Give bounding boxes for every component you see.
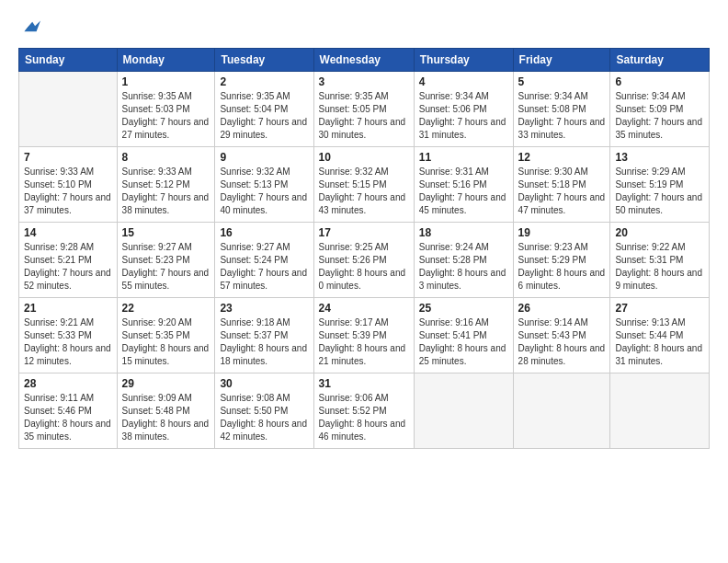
day-number: 19 xyxy=(518,226,606,239)
day-number: 17 xyxy=(319,226,409,239)
day-number: 31 xyxy=(319,377,409,390)
header xyxy=(18,17,710,37)
day-number: 14 xyxy=(24,226,112,239)
day-info: Sunrise: 9:29 AMSunset: 5:19 PMDaylight:… xyxy=(615,166,704,217)
header-sunday: Sunday xyxy=(19,49,118,72)
day-info: Sunrise: 9:21 AMSunset: 5:33 PMDaylight:… xyxy=(24,316,112,368)
calendar-cell: 13Sunrise: 9:29 AMSunset: 5:19 PMDayligh… xyxy=(610,147,710,223)
day-info: Sunrise: 9:32 AMSunset: 5:15 PMDaylight:… xyxy=(319,166,409,217)
day-number: 22 xyxy=(122,302,210,315)
day-number: 27 xyxy=(615,302,704,315)
calendar-cell: 3Sunrise: 9:35 AMSunset: 5:05 PMDaylight… xyxy=(313,72,414,147)
day-info: Sunrise: 9:32 AMSunset: 5:13 PMDaylight:… xyxy=(220,166,308,217)
calendar-cell: 5Sunrise: 9:34 AMSunset: 5:08 PMDaylight… xyxy=(513,72,610,147)
day-info: Sunrise: 9:18 AMSunset: 5:37 PMDaylight:… xyxy=(220,316,308,368)
day-info: Sunrise: 9:34 AMSunset: 5:08 PMDaylight:… xyxy=(518,90,606,142)
calendar-cell: 16Sunrise: 9:27 AMSunset: 5:24 PMDayligh… xyxy=(215,223,313,298)
day-info: Sunrise: 9:20 AMSunset: 5:35 PMDaylight:… xyxy=(122,316,210,368)
calendar-cell: 11Sunrise: 9:31 AMSunset: 5:16 PMDayligh… xyxy=(414,147,513,223)
header-monday: Monday xyxy=(117,49,215,72)
day-number: 3 xyxy=(319,75,409,88)
header-thursday: Thursday xyxy=(414,49,513,72)
day-info: Sunrise: 9:33 AMSunset: 5:10 PMDaylight:… xyxy=(24,166,112,217)
day-number: 29 xyxy=(122,377,210,390)
day-info: Sunrise: 9:34 AMSunset: 5:06 PMDaylight:… xyxy=(419,90,508,142)
day-info: Sunrise: 9:08 AMSunset: 5:50 PMDaylight:… xyxy=(220,392,308,443)
calendar-cell: 2Sunrise: 9:35 AMSunset: 5:04 PMDaylight… xyxy=(215,72,313,147)
day-number: 25 xyxy=(419,302,508,315)
calendar-cell: 20Sunrise: 9:22 AMSunset: 5:31 PMDayligh… xyxy=(610,223,710,298)
week-row-4: 28Sunrise: 9:11 AMSunset: 5:46 PMDayligh… xyxy=(19,373,710,449)
calendar-cell: 30Sunrise: 9:08 AMSunset: 5:50 PMDayligh… xyxy=(215,373,313,449)
day-number: 10 xyxy=(319,151,409,164)
day-number: 8 xyxy=(122,151,210,164)
day-info: Sunrise: 9:13 AMSunset: 5:44 PMDaylight:… xyxy=(615,316,704,368)
day-number: 1 xyxy=(122,75,210,88)
day-number: 28 xyxy=(24,377,112,390)
day-number: 13 xyxy=(615,151,704,164)
day-info: Sunrise: 9:35 AMSunset: 5:03 PMDaylight:… xyxy=(122,90,210,142)
calendar-table: SundayMondayTuesdayWednesdayThursdayFrid… xyxy=(18,48,710,449)
header-friday: Friday xyxy=(513,49,610,72)
day-info: Sunrise: 9:22 AMSunset: 5:31 PMDaylight:… xyxy=(615,241,704,293)
day-number: 5 xyxy=(518,75,606,88)
calendar-cell: 23Sunrise: 9:18 AMSunset: 5:37 PMDayligh… xyxy=(215,298,313,373)
day-info: Sunrise: 9:17 AMSunset: 5:39 PMDaylight:… xyxy=(319,316,409,368)
calendar-cell: 9Sunrise: 9:32 AMSunset: 5:13 PMDaylight… xyxy=(215,147,313,223)
day-info: Sunrise: 9:34 AMSunset: 5:09 PMDaylight:… xyxy=(615,90,704,142)
day-number: 11 xyxy=(419,151,508,164)
day-info: Sunrise: 9:35 AMSunset: 5:05 PMDaylight:… xyxy=(319,90,409,142)
day-info: Sunrise: 9:09 AMSunset: 5:48 PMDaylight:… xyxy=(122,392,210,443)
calendar-cell: 8Sunrise: 9:33 AMSunset: 5:12 PMDaylight… xyxy=(117,147,215,223)
day-info: Sunrise: 9:33 AMSunset: 5:12 PMDaylight:… xyxy=(122,166,210,217)
calendar-cell: 28Sunrise: 9:11 AMSunset: 5:46 PMDayligh… xyxy=(19,373,118,449)
day-number: 18 xyxy=(419,226,508,239)
day-info: Sunrise: 9:27 AMSunset: 5:24 PMDaylight:… xyxy=(220,241,308,293)
day-number: 9 xyxy=(220,151,308,164)
day-info: Sunrise: 9:27 AMSunset: 5:23 PMDaylight:… xyxy=(122,241,210,293)
calendar-header-row: SundayMondayTuesdayWednesdayThursdayFrid… xyxy=(19,49,710,72)
calendar-cell: 4Sunrise: 9:34 AMSunset: 5:06 PMDaylight… xyxy=(414,72,513,147)
calendar-cell: 24Sunrise: 9:17 AMSunset: 5:39 PMDayligh… xyxy=(313,298,414,373)
week-row-3: 21Sunrise: 9:21 AMSunset: 5:33 PMDayligh… xyxy=(19,298,710,373)
calendar-cell: 22Sunrise: 9:20 AMSunset: 5:35 PMDayligh… xyxy=(117,298,215,373)
day-number: 21 xyxy=(24,302,112,315)
day-number: 12 xyxy=(518,151,606,164)
calendar-cell xyxy=(610,373,710,449)
day-number: 24 xyxy=(319,302,409,315)
calendar-cell: 18Sunrise: 9:24 AMSunset: 5:28 PMDayligh… xyxy=(414,223,513,298)
day-number: 4 xyxy=(419,75,508,88)
calendar-cell: 29Sunrise: 9:09 AMSunset: 5:48 PMDayligh… xyxy=(117,373,215,449)
calendar-cell: 26Sunrise: 9:14 AMSunset: 5:43 PMDayligh… xyxy=(513,298,610,373)
calendar-cell: 12Sunrise: 9:30 AMSunset: 5:18 PMDayligh… xyxy=(513,147,610,223)
logo-bird-icon xyxy=(20,17,40,37)
day-number: 16 xyxy=(220,226,308,239)
calendar-cell xyxy=(513,373,610,449)
page: SundayMondayTuesdayWednesdayThursdayFrid… xyxy=(0,0,728,563)
day-info: Sunrise: 9:24 AMSunset: 5:28 PMDaylight:… xyxy=(419,241,508,293)
day-info: Sunrise: 9:14 AMSunset: 5:43 PMDaylight:… xyxy=(518,316,606,368)
calendar-cell xyxy=(414,373,513,449)
day-info: Sunrise: 9:11 AMSunset: 5:46 PMDaylight:… xyxy=(24,392,112,443)
day-number: 20 xyxy=(615,226,704,239)
day-number: 23 xyxy=(220,302,308,315)
calendar-cell: 10Sunrise: 9:32 AMSunset: 5:15 PMDayligh… xyxy=(313,147,414,223)
calendar-cell: 25Sunrise: 9:16 AMSunset: 5:41 PMDayligh… xyxy=(414,298,513,373)
day-info: Sunrise: 9:23 AMSunset: 5:29 PMDaylight:… xyxy=(518,241,606,293)
logo xyxy=(18,17,40,37)
day-number: 7 xyxy=(24,151,112,164)
header-saturday: Saturday xyxy=(610,49,710,72)
calendar-cell: 17Sunrise: 9:25 AMSunset: 5:26 PMDayligh… xyxy=(313,223,414,298)
calendar-cell: 27Sunrise: 9:13 AMSunset: 5:44 PMDayligh… xyxy=(610,298,710,373)
header-wednesday: Wednesday xyxy=(313,49,414,72)
calendar-cell xyxy=(19,72,118,147)
header-tuesday: Tuesday xyxy=(215,49,313,72)
calendar-cell: 19Sunrise: 9:23 AMSunset: 5:29 PMDayligh… xyxy=(513,223,610,298)
week-row-0: 1Sunrise: 9:35 AMSunset: 5:03 PMDaylight… xyxy=(19,72,710,147)
day-info: Sunrise: 9:25 AMSunset: 5:26 PMDaylight:… xyxy=(319,241,409,293)
day-info: Sunrise: 9:31 AMSunset: 5:16 PMDaylight:… xyxy=(419,166,508,217)
calendar-cell: 31Sunrise: 9:06 AMSunset: 5:52 PMDayligh… xyxy=(313,373,414,449)
svg-marker-0 xyxy=(24,20,40,31)
week-row-2: 14Sunrise: 9:28 AMSunset: 5:21 PMDayligh… xyxy=(19,223,710,298)
day-info: Sunrise: 9:35 AMSunset: 5:04 PMDaylight:… xyxy=(220,90,308,142)
